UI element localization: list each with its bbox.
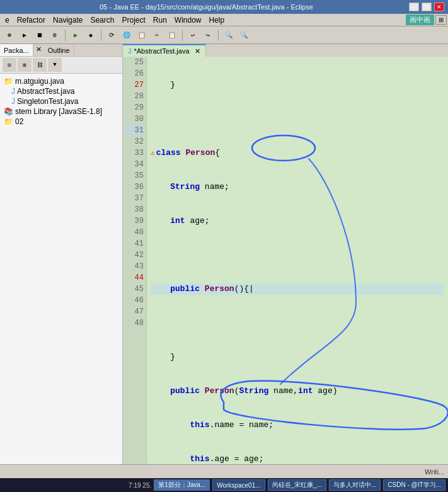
toolbar-btn-3[interactable]: ⏹ [33,28,47,42]
sidebar-toolbar: ⊟ ⊞ ⛓ ▼ [0,57,122,74]
sidebar-item-label-3: SingletonTest.java [17,97,78,106]
toolbar-widget-1: 画中画 [406,14,434,25]
folder-icon-5: 📁 [4,117,13,126]
editor-area: J *AbstractTest.java ✕ 25 26 27 28 29 30… [123,44,448,464]
sidebar: Packa... ✕ Outline ⊟ ⊞ ⛓ ▼ 📁 m.atguigu.j… [0,44,123,464]
toolbar: ⊛ ▶ ⏹ ⚙ ▶ ◆ ⟳ 🌐 📋 ✂ 📋 ↩ ↪ 🔍 🔍 [0,26,448,44]
sidebar-tab-package[interactable]: Packa... [0,44,33,56]
editor-tab-close[interactable]: ✕ [195,47,200,55]
taskbar-btn-1[interactable]: 第1部分：Java... [154,479,210,491]
title-controls: — □ ✕ [409,3,444,11]
line-numbers: 25 26 27 28 29 30 31 32 33 34 35 36 37 3… [123,57,147,464]
status-right: Writi... [425,468,444,476]
sidebar-item-4[interactable]: 📚 stem Library [JavaSE-1.8] [3,106,120,117]
code-line-32 [151,318,444,329]
taskbar-btn-3[interactable]: 尚硅谷_宋红康_... [268,479,326,491]
code-line-36: this.age = age; [151,454,444,464]
folder-icon: 📁 [4,77,13,86]
file-icon-2: J [11,87,15,96]
toolbar-btn-run[interactable]: ▶ [69,28,83,42]
sidebar-item-label-1: m.atguigu.java [15,77,64,86]
toolbar-btn-7[interactable]: 🌐 [120,28,134,42]
code-line-35: this.name = name; [151,420,444,431]
file-icon-editor: J [128,47,132,55]
menu-item-e[interactable]: e [1,14,13,26]
toolbar-btn-14[interactable]: 🔍 [237,28,251,42]
error-icon-27: ⚠ [151,147,155,159]
editor-tab-label: *AbstractTest.java [134,47,190,55]
lib-icon: 📚 [4,107,13,116]
taskbar-btn-5[interactable]: CSDN - @IT学习... [383,479,445,491]
code-line-26 [151,113,444,125]
toolbar-btn-13[interactable]: 🔍 [222,28,236,42]
code-line-33: } [151,352,444,363]
code-lines[interactable]: } ⚠ class Person{ String name; int age; … [147,57,448,464]
code-line-30 [151,249,444,261]
menu-bar: e Refactor Navigate Search Project Run W… [0,14,448,26]
taskbar-btn-2[interactable]: Workspace01... [212,479,265,491]
menu-item-help[interactable]: Help [205,14,229,26]
sidebar-collapse-icon[interactable]: ⊟ [3,58,16,72]
taskbar: 7:19 25. 第1部分：Java... Workspace01... 尚硅谷… [0,478,448,492]
menu-item-project[interactable]: Project [118,14,149,26]
toolbar-btn-6[interactable]: ⟳ [105,28,118,42]
minimize-btn[interactable]: — [409,3,419,11]
title-bar: 05 - Java EE - day15/src/com/atguigu/jav… [0,0,448,14]
toolbar-btn-9[interactable]: ✂ [150,28,164,42]
code-line-31: public Person(){| [151,283,444,295]
toolbar-widget-2[interactable]: ⊞ [435,15,447,25]
menu-item-refactor[interactable]: Refactor [13,14,49,26]
toolbar-btn-8[interactable]: 📋 [135,28,149,42]
code-line-27: ⚠ class Person{ [151,147,444,159]
close-btn[interactable]: ✕ [434,3,444,11]
toolbar-btn-2[interactable]: ▶ [18,28,32,42]
sidebar-expand-icon[interactable]: ⊞ [18,58,32,72]
maximize-btn[interactable]: □ [422,3,432,11]
sidebar-item-5[interactable]: 📁 02 [3,117,120,127]
sidebar-item-label-2: AbstractTest.java [17,87,74,96]
toolbar-btn-4[interactable]: ⚙ [48,28,62,42]
sidebar-close-btn[interactable]: ✕ [33,44,44,56]
sidebar-item-1[interactable]: 📁 m.atguigu.java [3,76,120,86]
sidebar-item-label-5: 02 [15,117,23,126]
sidebar-tabs: Packa... ✕ Outline [0,44,122,57]
editor-tab-abstracttest[interactable]: J *AbstractTest.java ✕ [123,44,206,57]
file-icon-3: J [11,97,15,106]
sidebar-menu-icon[interactable]: ▼ [48,58,62,72]
code-line-25: } [151,79,444,91]
toolbar-btn-12[interactable]: ↪ [201,28,215,42]
editor-content[interactable]: 25 26 27 28 29 30 31 32 33 34 35 36 37 3… [123,57,448,464]
taskbar-btn-4[interactable]: 与多人对话中... [329,479,381,491]
sidebar-item-2[interactable]: J AbstractTest.java [3,86,120,96]
toolbar-btn-1[interactable]: ⊛ [3,28,16,42]
menu-item-navigate[interactable]: Navigate [49,14,86,26]
code-line-28: String name; [151,181,444,193]
writable-status: Writi... [425,468,444,476]
sidebar-item-label-4: stem Library [JavaSE-1.8] [15,107,102,116]
editor-tabs: J *AbstractTest.java ✕ [123,44,448,57]
menu-item-search[interactable]: Search [86,14,118,26]
menu-item-window[interactable]: Window [171,14,205,26]
sidebar-content: 📁 m.atguigu.java J AbstractTest.java J S… [0,74,122,464]
sidebar-tab-outline[interactable]: Outline [44,44,74,56]
title-text: 05 - Java EE - day15/src/com/atguigu/jav… [4,3,409,11]
code-area: 25 26 27 28 29 30 31 32 33 34 35 36 37 3… [123,57,448,464]
status-bar: Writi... [0,464,448,478]
menu-item-run[interactable]: Run [149,14,171,26]
code-line-29: int age; [151,215,444,227]
sidebar-link-icon[interactable]: ⛓ [33,58,47,72]
main-area: Packa... ✕ Outline ⊟ ⊞ ⛓ ▼ 📁 m.atguigu.j… [0,44,448,464]
toolbar-btn-10[interactable]: 📋 [165,28,179,42]
taskbar-time: 7:19 25. [129,482,151,489]
code-line-34: public Person(String name,int age) [151,386,444,397]
toolbar-btn-11[interactable]: ↩ [186,28,200,42]
sidebar-item-3[interactable]: J SingletonTest.java [3,96,120,106]
toolbar-btn-5[interactable]: ◆ [84,28,98,42]
